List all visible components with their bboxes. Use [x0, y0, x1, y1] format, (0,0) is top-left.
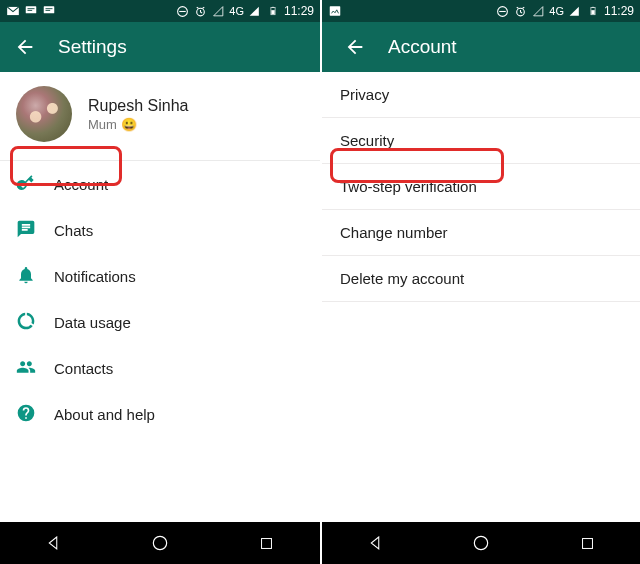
phone-account: 4G 11:29 Account Privacy Secu — [320, 0, 640, 564]
nav-recent-button[interactable] — [576, 532, 598, 554]
nav-back-button[interactable] — [42, 532, 64, 554]
settings-item-label: Data usage — [54, 314, 131, 331]
settings-item-label: About and help — [54, 406, 155, 423]
clock: 11:29 — [604, 4, 634, 18]
status-bar: 4G 11:29 — [322, 0, 640, 22]
settings-item-account[interactable]: Account — [0, 161, 320, 207]
svg-rect-17 — [591, 10, 594, 14]
svg-rect-2 — [44, 6, 55, 13]
settings-item-contacts[interactable]: Contacts — [0, 345, 320, 391]
account-item-change-number[interactable]: Change number — [322, 210, 640, 256]
android-nav-bar — [322, 522, 640, 564]
signal-empty-icon — [531, 4, 545, 18]
android-nav-bar — [0, 522, 320, 564]
nav-home-button[interactable] — [470, 532, 492, 554]
page-title: Settings — [58, 36, 127, 58]
account-item-label: Privacy — [340, 86, 389, 103]
svg-point-9 — [153, 536, 166, 549]
signal-icon — [248, 4, 262, 18]
page-title: Account — [388, 36, 457, 58]
account-item-security[interactable]: Security — [322, 118, 640, 164]
nav-recent-button[interactable] — [256, 532, 278, 554]
settings-item-label: Contacts — [54, 360, 113, 377]
battery-icon — [266, 4, 280, 18]
svg-rect-10 — [262, 538, 272, 548]
network-label: 4G — [549, 5, 564, 17]
profile-row[interactable]: Rupesh Sinha Mum 😀 — [0, 72, 320, 161]
account-list: Privacy Security Two-step verification C… — [322, 72, 640, 522]
alarm-icon — [193, 4, 207, 18]
settings-item-label: Notifications — [54, 268, 136, 285]
settings-list: Account Chats Notifications Data usage — [0, 161, 320, 522]
account-item-label: Security — [340, 132, 394, 149]
dnd-icon — [175, 4, 189, 18]
gmail-icon — [6, 4, 20, 18]
signal-icon — [568, 4, 582, 18]
phone-settings: 4G 11:29 Settings Rupesh Sinha — [0, 0, 320, 564]
help-icon — [16, 403, 36, 426]
data-usage-icon — [16, 311, 36, 334]
svg-rect-8 — [271, 10, 274, 14]
message-icon — [24, 4, 38, 18]
svg-rect-19 — [582, 538, 592, 548]
network-label: 4G — [229, 5, 244, 17]
image-icon — [328, 4, 342, 18]
app-bar: Account — [322, 22, 640, 72]
svg-rect-11 — [330, 6, 341, 15]
settings-item-about[interactable]: About and help — [0, 391, 320, 437]
settings-item-label: Account — [54, 176, 108, 193]
account-item-privacy[interactable]: Privacy — [322, 72, 640, 118]
account-item-two-step[interactable]: Two-step verification — [322, 164, 640, 210]
settings-item-data-usage[interactable]: Data usage — [0, 299, 320, 345]
profile-status: Mum 😀 — [88, 117, 189, 132]
alarm-icon — [513, 4, 527, 18]
signal-empty-icon — [211, 4, 225, 18]
nav-home-button[interactable] — [149, 532, 171, 554]
app-bar: Settings — [0, 22, 320, 72]
back-button[interactable] — [344, 36, 366, 58]
svg-rect-7 — [272, 7, 274, 8]
svg-rect-16 — [592, 7, 594, 8]
account-item-label: Delete my account — [340, 270, 464, 287]
account-item-delete[interactable]: Delete my account — [322, 256, 640, 302]
avatar — [16, 86, 72, 142]
settings-item-notifications[interactable]: Notifications — [0, 253, 320, 299]
dnd-icon — [495, 4, 509, 18]
contacts-icon — [16, 357, 36, 380]
bell-icon — [16, 265, 36, 288]
nav-back-button[interactable] — [364, 532, 386, 554]
chat-icon — [16, 219, 36, 242]
clock: 11:29 — [284, 4, 314, 18]
svg-rect-1 — [26, 6, 37, 13]
profile-name: Rupesh Sinha — [88, 97, 189, 115]
settings-item-label: Chats — [54, 222, 93, 239]
message-icon-2 — [42, 4, 56, 18]
battery-icon — [586, 4, 600, 18]
settings-item-chats[interactable]: Chats — [0, 207, 320, 253]
account-item-label: Change number — [340, 224, 448, 241]
key-icon — [16, 173, 36, 196]
status-bar: 4G 11:29 — [0, 0, 320, 22]
svg-point-18 — [474, 536, 487, 549]
account-item-label: Two-step verification — [340, 178, 477, 195]
back-button[interactable] — [14, 36, 36, 58]
